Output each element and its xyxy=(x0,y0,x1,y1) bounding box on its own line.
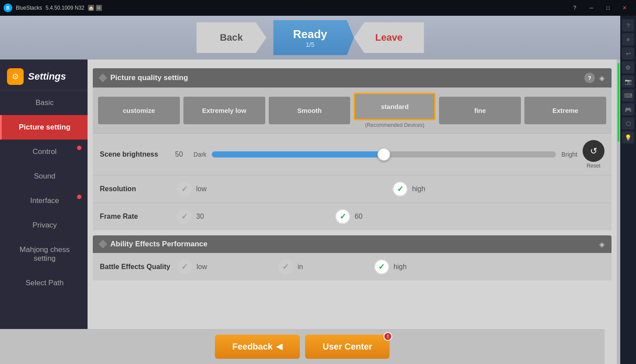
expand-icon-2[interactable]: ◈ xyxy=(599,240,604,248)
quality-btn-standard[interactable]: standard xyxy=(354,93,436,120)
scroll-thumb xyxy=(618,63,619,142)
quality-btn-fine[interactable]: fine xyxy=(439,97,521,124)
sidebar-item-privacy[interactable]: Privacy xyxy=(0,213,88,238)
battle-mid-option: ✓ in xyxy=(278,259,303,274)
reset-button[interactable]: ↺ xyxy=(583,140,604,162)
bluestacks-logo: B xyxy=(4,4,12,12)
app-title: BlueStacks xyxy=(16,5,42,11)
battle-mid-text: in xyxy=(298,263,303,271)
sidebar-keyboard-icon[interactable]: ⌨ xyxy=(622,89,634,102)
sidebar-camera-icon[interactable]: 📷 xyxy=(622,75,634,88)
app-version: 5.4.50.1009 N32 xyxy=(46,5,84,11)
scrollbar[interactable] xyxy=(617,60,620,364)
ready-button[interactable]: Ready 1/5 xyxy=(267,20,354,55)
app-area: Back Ready 1/5 Leave ⚙ Settings Basic xyxy=(0,16,636,364)
back-button[interactable]: Back xyxy=(197,22,267,53)
sidebar-item-picture[interactable]: Picture setting xyxy=(0,115,88,140)
sidebar-item-mahjong[interactable]: Mahjong chess setting xyxy=(0,238,88,271)
resolution-row: Resolution ✓ low ✓ high xyxy=(93,175,611,203)
battle-low-check[interactable]: ✓ xyxy=(177,259,192,274)
brightness-row: Scene brightness 50 Dark Bright ↺ Reset xyxy=(93,133,611,175)
diamond-icon xyxy=(98,74,107,82)
quality-standard-wrapper: standard (Recommended Devices) xyxy=(354,93,436,128)
battle-high-text: high xyxy=(394,263,407,271)
framerate-60-check[interactable]: ✓ xyxy=(335,209,350,224)
resolution-low-check[interactable]: ✓ xyxy=(177,182,192,196)
battle-low-text: low xyxy=(197,263,207,271)
back-label: Back xyxy=(220,32,243,43)
brightness-slider[interactable] xyxy=(212,151,556,158)
battle-mid-check[interactable]: ✓ xyxy=(278,259,293,274)
quality-btn-extreme[interactable]: Extreme xyxy=(524,97,606,124)
sidebar-back-icon[interactable]: ↩ xyxy=(622,47,634,60)
picture-quality-title: Picture quality setting xyxy=(110,74,580,82)
battle-low-option: ✓ low xyxy=(177,259,207,274)
resolution-label: Resolution xyxy=(100,185,170,193)
recommended-label: (Recommended Devices) xyxy=(354,122,436,128)
sidebar-gamepad-icon[interactable]: 🎮 xyxy=(622,103,634,116)
titlebar-left: B BlueStacks 5.4.50.1009 N32 🏠 ⧉ xyxy=(4,4,102,12)
titlebar: B BlueStacks 5.4.50.1009 N32 🏠 ⧉ ? ─ □ ✕ xyxy=(0,0,636,16)
sidebar-item-basic[interactable]: Basic xyxy=(0,91,88,115)
brightness-value: 50 xyxy=(175,150,188,158)
user-center-button[interactable]: User Center ! xyxy=(305,335,390,359)
resolution-high-text: high xyxy=(412,185,425,193)
help-button[interactable]: ? xyxy=(567,2,583,14)
sidebar-item-selectpath[interactable]: Select Path xyxy=(0,271,88,295)
framerate-row: Frame Rate ✓ 30 ✓ 60 xyxy=(93,203,611,230)
battle-effects-label: Battle Effects Quality xyxy=(100,263,170,271)
ready-label: Ready xyxy=(293,28,327,41)
framerate-30-option: ✓ 30 xyxy=(177,209,204,224)
picture-quality-header: Picture quality setting ? ◈ xyxy=(93,68,611,88)
minimize-button[interactable]: ─ xyxy=(583,2,599,14)
notification-badge: ! xyxy=(383,332,392,341)
resolution-low-text: low xyxy=(196,185,207,193)
framerate-label: Frame Rate xyxy=(100,213,170,220)
help-circle-icon[interactable]: ? xyxy=(584,73,595,83)
sidebar-item-interface[interactable]: Interface xyxy=(0,189,88,213)
battle-effects-row: Battle Effects Quality ✓ low ✓ in ✓ high xyxy=(93,253,611,280)
settings-layout: ⚙ Settings Basic Picture setting Control… xyxy=(0,60,620,364)
quality-btn-extremelylow[interactable]: Extremely low xyxy=(183,97,265,124)
reset-label: Reset xyxy=(587,163,600,169)
ability-effects-title: Ability Effects Performance xyxy=(110,240,595,248)
framerate-30-check[interactable]: ✓ xyxy=(177,209,192,224)
slider-fill xyxy=(212,151,384,158)
multi-instance-icon[interactable]: ⧉ xyxy=(96,5,102,11)
sidebar-item-control[interactable]: Control xyxy=(0,140,88,164)
quality-extremelylow-wrapper: Extremely low xyxy=(183,97,265,124)
leave-button[interactable]: Leave xyxy=(354,22,424,53)
sidebar-hex-icon[interactable]: ⬡ xyxy=(622,117,634,130)
sidebar-help-icon[interactable]: ? xyxy=(622,19,634,32)
sidebar-item-sound[interactable]: Sound xyxy=(0,164,88,189)
maximize-button[interactable]: □ xyxy=(600,2,616,14)
feedback-label: Feedback xyxy=(232,342,273,352)
quality-smooth-wrapper: Smooth xyxy=(269,97,351,124)
quality-btn-customize[interactable]: customize xyxy=(98,97,180,124)
battle-high-check[interactable]: ✓ xyxy=(374,259,389,274)
feedback-arrow-icon: ◀ xyxy=(276,342,282,351)
diamond-icon-2 xyxy=(98,240,107,248)
sidebar-menu-icon[interactable]: ≡ xyxy=(622,33,634,46)
bottom-bar: Feedback ◀ User Center ! xyxy=(0,329,604,364)
home-icon[interactable]: 🏠 xyxy=(88,5,94,11)
framerate-30-text: 30 xyxy=(196,213,204,220)
expand-icon[interactable]: ◈ xyxy=(599,74,604,82)
resolution-high-check[interactable]: ✓ xyxy=(393,182,408,196)
quality-fine-wrapper: fine xyxy=(439,97,521,124)
user-center-label: User Center xyxy=(323,342,372,352)
feedback-button[interactable]: Feedback ◀ xyxy=(215,335,300,359)
sidebar-bulb-icon[interactable]: 💡 xyxy=(622,131,634,144)
sidebar-settings-icon[interactable]: ⚙ xyxy=(622,61,634,74)
dark-label: Dark xyxy=(193,151,207,158)
quality-btn-smooth[interactable]: Smooth xyxy=(269,97,351,124)
settings-logo-text: Settings xyxy=(28,71,66,82)
right-sidebar: ? ≡ ↩ ⚙ 📷 ⌨ 🎮 ⬡ 💡 xyxy=(620,16,636,364)
slider-thumb[interactable] xyxy=(377,148,390,161)
ability-effects-header: Ability Effects Performance ◈ xyxy=(93,235,611,253)
main-area: Back Ready 1/5 Leave ⚙ Settings Basic xyxy=(0,16,620,364)
framerate-60-text: 60 xyxy=(355,213,362,220)
brightness-label: Scene brightness xyxy=(100,150,170,158)
sidebar-logo-area: ⚙ Settings xyxy=(0,63,88,91)
close-button[interactable]: ✕ xyxy=(617,2,632,14)
